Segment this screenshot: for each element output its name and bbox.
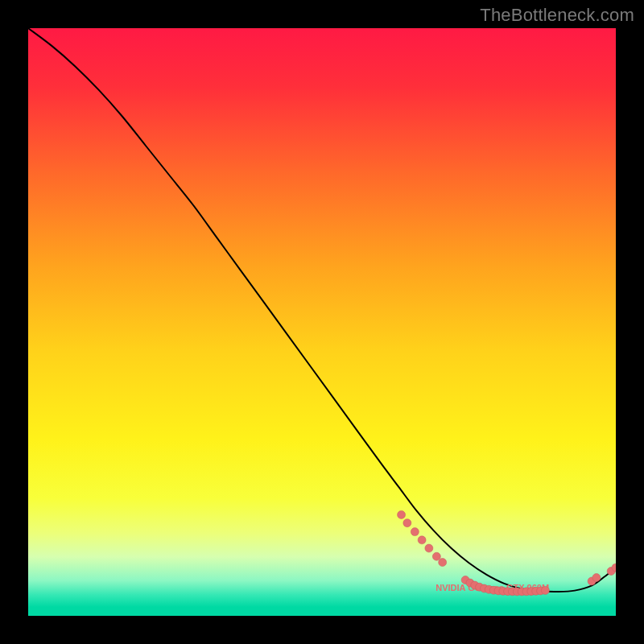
gradient-background xyxy=(28,28,616,616)
data-marker xyxy=(418,536,426,544)
data-marker xyxy=(398,510,406,518)
chart-svg: NVIDIA GeForce GTX 960M xyxy=(28,28,616,616)
data-marker xyxy=(592,574,601,582)
data-marker xyxy=(432,552,440,560)
plot-area: NVIDIA GeForce GTX 960M xyxy=(28,28,616,616)
watermark-text: TheBottleneck.com xyxy=(480,5,634,26)
chart-frame: TheBottleneck.com NVIDIA GeForce GTX 960… xyxy=(0,0,644,644)
data-marker xyxy=(541,586,549,594)
data-marker xyxy=(403,519,411,527)
data-marker xyxy=(425,544,433,552)
data-marker xyxy=(439,559,447,567)
data-marker xyxy=(411,528,419,536)
